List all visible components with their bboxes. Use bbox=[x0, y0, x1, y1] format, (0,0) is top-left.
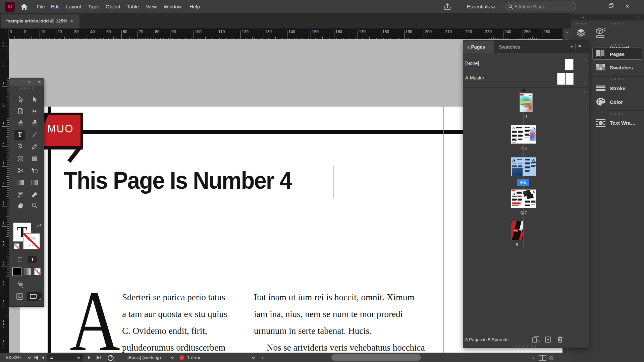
screen-mode-button[interactable] bbox=[27, 292, 42, 301]
body-column-1[interactable]: Sderteri se parica perio tatus a tam aur… bbox=[122, 289, 239, 353]
text-wrap-icon[interactable] bbox=[596, 119, 606, 127]
selection-tool[interactable] bbox=[15, 95, 26, 105]
page-tool[interactable] bbox=[15, 106, 26, 116]
scissors-tool[interactable] bbox=[15, 166, 26, 176]
last-page-button[interactable] bbox=[97, 356, 101, 360]
workspace-switcher[interactable]: Essentials bbox=[467, 4, 490, 9]
stroke-icon[interactable] bbox=[596, 85, 605, 92]
scroll-left-icon[interactable]: ‹ bbox=[262, 355, 263, 360]
page-label-8[interactable]: 8 bbox=[514, 242, 520, 248]
collapse-panel-icon[interactable]: « bbox=[28, 79, 31, 84]
scroll-up-icon[interactable]: ⌃ bbox=[566, 31, 569, 36]
restore-button[interactable] bbox=[604, 0, 619, 13]
ruler-origin-corner[interactable] bbox=[0, 28, 9, 39]
master-a-thumbnail-right[interactable] bbox=[566, 73, 574, 85]
apply-none-button[interactable] bbox=[34, 268, 41, 275]
content-placer-tool[interactable] bbox=[29, 118, 40, 128]
hand-tool[interactable] bbox=[15, 200, 26, 210]
page-thumbnail-8[interactable]: MUO bbox=[511, 221, 523, 240]
pen-tool[interactable] bbox=[15, 142, 26, 152]
scroll-up-icon[interactable]: ⌃ bbox=[583, 58, 586, 62]
document-tab[interactable]: *sample article.indd @ 125% ✕ bbox=[1, 14, 79, 28]
master-a-thumbnail-left[interactable] bbox=[557, 73, 565, 85]
share-icon[interactable] bbox=[443, 3, 451, 11]
close-window-button[interactable]: ✕ bbox=[620, 0, 635, 13]
stroke-indicator[interactable]: T bbox=[23, 233, 40, 249]
apply-color-button[interactable] bbox=[12, 267, 21, 276]
panel-grip[interactable] bbox=[575, 23, 587, 24]
gradient-swatch-tool[interactable] bbox=[15, 178, 26, 188]
normal-mode-button[interactable] bbox=[16, 293, 23, 300]
panel-grip[interactable] bbox=[611, 23, 624, 24]
master-a-label[interactable]: A-Master bbox=[465, 75, 484, 80]
scroll-up-icon[interactable]: ⌃ bbox=[583, 91, 586, 95]
adobe-stock-search[interactable]: Adobe Stock bbox=[505, 2, 576, 11]
close-panel-icon[interactable]: ✕ bbox=[38, 79, 41, 84]
menu-object[interactable]: Object bbox=[106, 4, 120, 9]
page-label-4-5-selected[interactable]: 4-5 bbox=[517, 179, 529, 186]
note-tool[interactable] bbox=[15, 190, 26, 200]
menu-layout[interactable]: Layout bbox=[66, 4, 81, 9]
scroll-right-icon[interactable]: › bbox=[533, 355, 534, 360]
default-fill-stroke-icon[interactable] bbox=[14, 243, 19, 249]
line-tool[interactable] bbox=[29, 130, 40, 140]
minimize-button[interactable]: — bbox=[589, 0, 604, 13]
master-none-thumbnail[interactable] bbox=[565, 59, 574, 70]
page-dropdown-chevron[interactable] bbox=[77, 356, 80, 359]
layers-icon[interactable] bbox=[576, 28, 586, 37]
apply-gradient-button[interactable] bbox=[24, 268, 31, 275]
formatting-affects-text-button[interactable]: T bbox=[28, 256, 37, 263]
zoom-level[interactable]: 83.33% bbox=[6, 355, 21, 360]
page-label-1[interactable]: 1 bbox=[524, 114, 529, 120]
zoom-dropdown-chevron[interactable] bbox=[28, 356, 31, 359]
previous-page-button[interactable] bbox=[42, 356, 45, 360]
dock-text-wrap-button[interactable]: Text Wra… bbox=[610, 120, 636, 126]
close-tab-icon[interactable]: ✕ bbox=[70, 18, 73, 23]
gap-tool[interactable] bbox=[29, 106, 40, 116]
panel-expand-icon[interactable]: » bbox=[570, 44, 575, 49]
scroll-down-icon[interactable]: ⌄ bbox=[583, 80, 586, 84]
direct-selection-tool[interactable] bbox=[29, 95, 40, 105]
delete-page-icon[interactable] bbox=[557, 336, 563, 343]
drop-cap[interactable]: A bbox=[69, 291, 126, 353]
dock-swatches-button[interactable]: Swatches bbox=[610, 65, 633, 70]
page-thumbnail-2-3[interactable]: AA bbox=[511, 125, 536, 144]
panel-section-divider[interactable] bbox=[463, 87, 589, 88]
collapse-dock-icon[interactable]: « bbox=[637, 15, 639, 19]
horizontal-scroll-thumb[interactable] bbox=[331, 354, 421, 361]
swap-fill-stroke-icon[interactable] bbox=[36, 223, 43, 230]
tab-pages[interactable]: ◇ Pages bbox=[463, 41, 494, 53]
free-transform-tool[interactable] bbox=[29, 166, 40, 176]
panel-menu-icon[interactable]: ≡ bbox=[578, 44, 583, 49]
muo-logo[interactable]: MUO bbox=[42, 113, 83, 149]
home-icon[interactable] bbox=[20, 3, 28, 11]
page-label-6-7[interactable]: 6-7 bbox=[518, 210, 530, 216]
view-options-icon[interactable] bbox=[16, 281, 24, 288]
tab-swatches[interactable]: Swatches bbox=[499, 44, 521, 50]
pencil-tool[interactable] bbox=[29, 142, 40, 152]
gradient-feather-tool[interactable] bbox=[29, 178, 40, 188]
type-tool[interactable]: T bbox=[14, 130, 25, 140]
properties-icon[interactable] bbox=[596, 27, 606, 39]
rectangle-tool[interactable] bbox=[29, 154, 40, 164]
panel-grip[interactable] bbox=[611, 44, 624, 46]
horizontal-ruler[interactable]: 1001020304050607080901001101201301401501… bbox=[9, 28, 562, 39]
master-none-label[interactable]: [None] bbox=[465, 61, 479, 66]
vertical-ruler[interactable]: 3 02 01 001 02 03 04 05 06 07 08 09 01 0… bbox=[0, 39, 9, 353]
preflight-icon[interactable] bbox=[107, 355, 115, 361]
page-number-field[interactable]: 4 bbox=[47, 354, 83, 361]
error-dropdown-chevron[interactable] bbox=[252, 356, 255, 359]
spread-view-icon[interactable] bbox=[539, 355, 547, 361]
next-page-button[interactable] bbox=[88, 356, 91, 360]
body-column-2[interactable]: Itat inam ut ium rei is hoccit, omnit. X… bbox=[254, 289, 415, 353]
tools-panel-header[interactable]: « ✕ bbox=[9, 78, 44, 86]
error-count[interactable]: 1 error bbox=[187, 355, 201, 360]
dock-header[interactable]: « « bbox=[571, 14, 644, 20]
menu-file[interactable]: File bbox=[37, 4, 45, 9]
frame-tool[interactable] bbox=[15, 154, 26, 164]
edit-page-size-icon[interactable] bbox=[532, 336, 541, 343]
preflight-dropdown-chevron[interactable] bbox=[171, 356, 174, 359]
formatting-affects-container-button[interactable] bbox=[18, 257, 22, 261]
collapse-dock-icon[interactable]: « bbox=[582, 15, 584, 19]
headline-text[interactable]: This Page Is Number 4 bbox=[64, 167, 291, 194]
